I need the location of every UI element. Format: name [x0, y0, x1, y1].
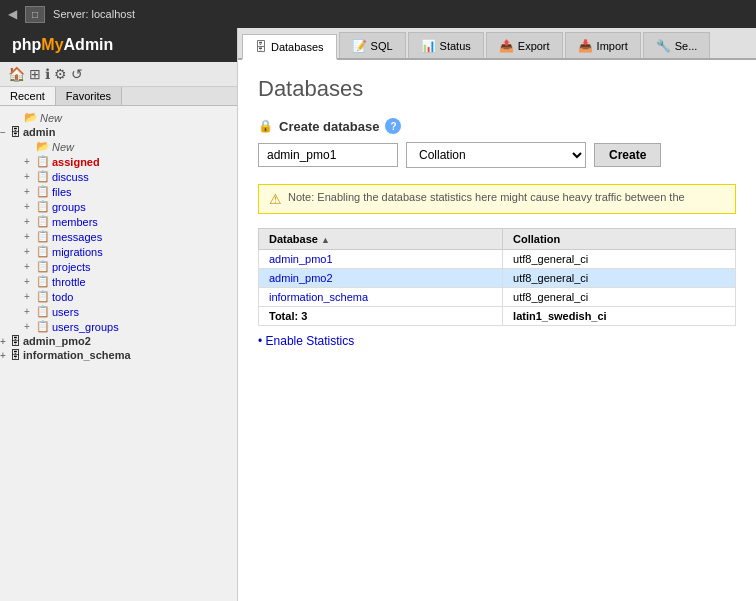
total-label: Total: 3: [259, 307, 503, 326]
tab-databases[interactable]: 🗄 Databases: [242, 34, 337, 60]
collation-cell: utf8_general_ci: [503, 250, 736, 269]
collation-cell: utf8_general_ci: [503, 269, 736, 288]
db-link-information_schema[interactable]: information_schema: [269, 291, 368, 303]
tab-export[interactable]: 📤 Export: [486, 32, 563, 58]
toggle-throttle: +: [24, 276, 36, 287]
page-title: Databases: [258, 76, 736, 102]
create-button[interactable]: Create: [594, 143, 661, 167]
tree-item-information-schema[interactable]: + 🗄 information_schema: [0, 348, 237, 362]
tab-export-label: Export: [518, 40, 550, 52]
tab-sql[interactable]: 📝 SQL: [339, 32, 406, 58]
tree-item-members[interactable]: + 📋 members: [0, 214, 237, 229]
table-icon-todo: 📋: [36, 290, 50, 303]
tree-item-messages[interactable]: + 📋 messages: [0, 229, 237, 244]
toggle-users-groups: +: [24, 321, 36, 332]
databases-tab-icon: 🗄: [255, 40, 267, 54]
folder-icon: 📂: [24, 111, 38, 124]
tree-item-users[interactable]: + 📋 users: [0, 304, 237, 319]
tab-databases-label: Databases: [271, 41, 324, 53]
tree-label-groups: groups: [52, 201, 86, 213]
tree-item-projects[interactable]: + 📋 projects: [0, 259, 237, 274]
tree-item-users-groups[interactable]: + 📋 users_groups: [0, 319, 237, 334]
tree-item-groups[interactable]: + 📋 groups: [0, 199, 237, 214]
lock-icon: 🔒: [258, 119, 273, 133]
back-arrow[interactable]: ◀: [8, 7, 17, 21]
sort-icon: ▲: [321, 235, 330, 245]
help-icon[interactable]: ?: [385, 118, 401, 134]
tab-sql-label: SQL: [371, 40, 393, 52]
db-link-admin_pmo2[interactable]: admin_pmo2: [269, 272, 333, 284]
logo-php: php: [12, 36, 41, 54]
window-icon[interactable]: □: [25, 6, 45, 23]
table-icon-files: 📋: [36, 185, 50, 198]
tree-label-todo: todo: [52, 291, 73, 303]
gear-icon[interactable]: ⚙: [54, 66, 67, 82]
table-icon-members: 📋: [36, 215, 50, 228]
logo-admin: Admin: [64, 36, 114, 54]
tree-item-migrations[interactable]: + 📋 migrations: [0, 244, 237, 259]
create-db-section: 🔒 Create database ? Collation utf8_gener…: [258, 118, 736, 168]
tree-item-admin-pmo2[interactable]: + 🗄 admin_pmo2: [0, 334, 237, 348]
tree-label-admin: admin: [23, 126, 55, 138]
tree-label-assigned: assigned: [52, 156, 100, 168]
import-tab-icon: 📥: [578, 39, 593, 53]
settings-tab-icon: 🔧: [656, 39, 671, 53]
tree-item-admin-new[interactable]: 📂 New: [0, 139, 237, 154]
db-icon-admin-pmo2: 🗄: [10, 335, 21, 347]
collation-select[interactable]: Collation utf8_general_ci latin1_swedish…: [406, 142, 586, 168]
page-content: Databases 🔒 Create database ? Collation …: [238, 60, 756, 601]
grid-icon[interactable]: ⊞: [29, 66, 41, 82]
tree-item-new-top[interactable]: 📂 New: [0, 110, 237, 125]
refresh-icon[interactable]: ↺: [71, 66, 83, 82]
sidebar: phpMyAdmin 🏠 ⊞ ℹ ⚙ ↺ Recent Favorites 📂 …: [0, 28, 238, 601]
server-label: Server: localhost: [53, 8, 135, 20]
create-db-header: 🔒 Create database ?: [258, 118, 736, 134]
col-database[interactable]: Database ▲: [259, 229, 503, 250]
warning-text: Note: Enabling the database statistics h…: [288, 191, 685, 203]
tree-item-throttle[interactable]: + 📋 throttle: [0, 274, 237, 289]
tree-label-information-schema: information_schema: [23, 349, 131, 361]
tree-item-admin[interactable]: − 🗄 admin: [0, 125, 237, 139]
db-icon-info-schema: 🗄: [10, 349, 21, 361]
db-link-admin_pmo1[interactable]: admin_pmo1: [269, 253, 333, 265]
tab-settings[interactable]: 🔧 Se...: [643, 32, 711, 58]
tab-status-label: Status: [440, 40, 471, 52]
tree-item-assigned[interactable]: + 📋 assigned: [0, 154, 237, 169]
sidebar-tree: 📂 New − 🗄 admin 📂 New + 📋 assigned: [0, 106, 237, 601]
tree-label-files: files: [52, 186, 72, 198]
databases-table: Database ▲ Collation admin_pmo1 utf8_gen…: [258, 228, 736, 326]
toggle-groups: +: [24, 201, 36, 212]
tree-item-discuss[interactable]: + 📋 discuss: [0, 169, 237, 184]
toggle-assigned: +: [24, 156, 36, 167]
create-db-form: Collation utf8_general_ci latin1_swedish…: [258, 142, 736, 168]
db-name-input[interactable]: [258, 143, 398, 167]
tab-recent[interactable]: Recent: [0, 87, 56, 105]
tree-label-admin-pmo2: admin_pmo2: [23, 335, 91, 347]
info-icon[interactable]: ℹ: [45, 66, 50, 82]
tree-item-files[interactable]: + 📋 files: [0, 184, 237, 199]
toggle-files: +: [24, 186, 36, 197]
tab-bar: 🗄 Databases 📝 SQL 📊 Status 📤 Export 📥 Im…: [238, 28, 756, 60]
tree-label-messages: messages: [52, 231, 102, 243]
tree-item-todo[interactable]: + 📋 todo: [0, 289, 237, 304]
tree-label-members: members: [52, 216, 98, 228]
tree-label-discuss: discuss: [52, 171, 89, 183]
tab-status[interactable]: 📊 Status: [408, 32, 484, 58]
tree-label-projects: projects: [52, 261, 91, 273]
toggle-projects: +: [24, 261, 36, 272]
enable-statistics-link[interactable]: • Enable Statistics: [258, 334, 354, 348]
toggle-todo: +: [24, 291, 36, 302]
warning-icon: ⚠: [269, 191, 282, 207]
table-icon-throttle: 📋: [36, 275, 50, 288]
tab-favorites[interactable]: Favorites: [56, 87, 122, 105]
tab-import-label: Import: [597, 40, 628, 52]
enable-stats: • Enable Statistics: [258, 334, 736, 348]
table-icon-users: 📋: [36, 305, 50, 318]
table-icon-projects: 📋: [36, 260, 50, 273]
tab-import[interactable]: 📥 Import: [565, 32, 641, 58]
toggle-messages: +: [24, 231, 36, 242]
home-icon[interactable]: 🏠: [8, 66, 25, 82]
table-icon-messages: 📋: [36, 230, 50, 243]
table-icon-users-groups: 📋: [36, 320, 50, 333]
tree-label-users-groups: users_groups: [52, 321, 119, 333]
